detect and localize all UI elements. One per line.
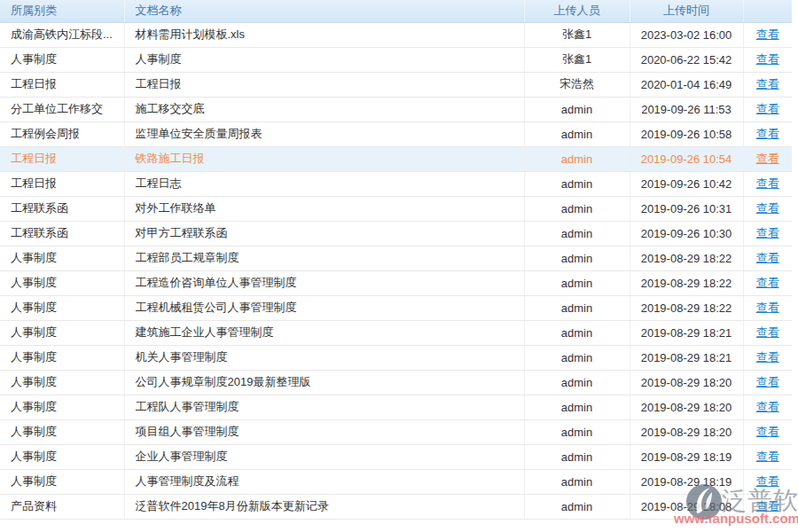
view-link[interactable]: 查看: [756, 450, 779, 463]
view-link[interactable]: 查看: [756, 251, 779, 264]
table-row[interactable]: 人事制度工程队人事管理制度admin2019-08-29 18:20查看: [0, 395, 792, 419]
table-row[interactable]: 产品资料泛普软件2019年8月份新版本更新记录admin2019-08-29 1…: [0, 494, 792, 519]
cell-action: 查看: [743, 97, 792, 121]
documents-table: 所属别类文档名称上传人员上传时间 成渝高铁内江标段...材料需用计划模板.xls…: [0, 0, 792, 520]
cell-uploader: admin: [524, 295, 630, 320]
cell-action: 查看: [743, 196, 792, 221]
cell-upload-time: 2020-01-04 16:49: [630, 72, 743, 97]
cell-category: 人事制度: [0, 295, 124, 320]
view-link[interactable]: 查看: [756, 325, 779, 339]
cell-uploader: admin: [524, 221, 630, 246]
cell-doc-name: 人事制度: [124, 47, 524, 72]
cell-uploader: admin: [524, 320, 630, 345]
cell-category: 工程日报: [0, 72, 124, 97]
cell-uploader: admin: [524, 171, 630, 196]
cell-category: 人事制度: [0, 270, 124, 295]
cell-upload-time: 2020-06-22 15:42: [630, 47, 743, 72]
cell-doc-name: 项目组人事管理制度: [124, 419, 524, 444]
cell-doc-name: 材料需用计划模板.xls: [124, 22, 524, 47]
cell-upload-time: 2019-08-29 18:22: [630, 270, 743, 295]
view-link[interactable]: 查看: [756, 301, 779, 314]
table-row[interactable]: 人事制度机关人事管理制度admin2019-08-29 18:21查看: [0, 345, 792, 370]
table-row[interactable]: 人事制度建筑施工企业人事管理制度admin2019-08-29 18:21查看: [0, 320, 792, 345]
cell-doc-name: 企业人事管理制度: [124, 444, 524, 469]
view-link[interactable]: 查看: [756, 226, 779, 239]
cell-doc-name: 施工移交交底: [124, 97, 524, 121]
cell-action: 查看: [743, 295, 792, 320]
cell-doc-name: 公司人事规章制度2019最新整理版: [124, 370, 524, 395]
view-link[interactable]: 查看: [756, 77, 779, 90]
cell-category: 工程日报: [0, 171, 124, 196]
table-row[interactable]: 工程日报工程日报宋浩然2020-01-04 16:49查看: [0, 72, 792, 97]
view-link[interactable]: 查看: [756, 425, 779, 438]
cell-upload-time: 2019-09-26 10:58: [630, 121, 743, 146]
cell-upload-time: 2019-08-29 18:21: [630, 320, 743, 345]
cell-uploader: admin: [524, 370, 630, 395]
cell-upload-time: 2019-08-29 18:21: [630, 345, 743, 370]
view-link[interactable]: 查看: [756, 350, 779, 364]
cell-category: 人事制度: [0, 345, 124, 370]
cell-action: 查看: [743, 370, 792, 395]
cell-doc-name: 监理单位安全质量周报表: [124, 121, 524, 146]
cell-category: 产品资料: [0, 494, 124, 519]
view-link[interactable]: 查看: [756, 400, 779, 413]
cell-doc-name: 泛普软件2019年8月份新版本更新记录: [124, 494, 524, 519]
view-link[interactable]: 查看: [756, 127, 779, 140]
cell-category: 工程例会周报: [0, 121, 124, 146]
cell-action: 查看: [743, 345, 792, 370]
cell-category: 分工单位工作移交: [0, 97, 124, 121]
view-link[interactable]: 查看: [756, 52, 779, 66]
view-link[interactable]: 查看: [756, 201, 779, 215]
table-row[interactable]: 分工单位工作移交施工移交交底admin2019-09-26 11:53查看: [0, 97, 792, 121]
cell-category: 人事制度: [0, 469, 124, 494]
cell-upload-time: 2019-08-29 18:22: [630, 246, 743, 270]
table-body: 成渝高铁内江标段...材料需用计划模板.xls张鑫12023-03-02 16:…: [0, 22, 792, 519]
column-header-category: 所属别类: [0, 0, 124, 22]
column-header-doc_name: 文档名称: [124, 0, 524, 22]
table-row[interactable]: 人事制度公司人事规章制度2019最新整理版admin2019-08-29 18:…: [0, 370, 792, 395]
table-row[interactable]: 人事制度人事制度张鑫12020-06-22 15:42查看: [0, 47, 792, 72]
cell-category: 人事制度: [0, 419, 124, 444]
cell-category: 工程联系函: [0, 196, 124, 221]
cell-category: 成渝高铁内江标段...: [0, 22, 124, 47]
view-link[interactable]: 查看: [756, 102, 779, 115]
cell-action: 查看: [743, 121, 792, 146]
table-row[interactable]: 工程日报工程日志admin2019-09-26 10:42查看: [0, 171, 792, 196]
table-row[interactable]: 人事制度人事管理制度及流程admin2019-08-29 18:19查看: [0, 469, 792, 494]
view-link[interactable]: 查看: [756, 474, 779, 488]
cell-action: 查看: [743, 47, 792, 72]
cell-uploader: admin: [524, 196, 630, 221]
cell-action: 查看: [743, 246, 792, 270]
cell-upload-time: 2019-09-26 11:53: [630, 97, 743, 121]
cell-doc-name: 工程队人事管理制度: [124, 395, 524, 419]
view-link[interactable]: 查看: [756, 27, 779, 41]
cell-doc-name: 铁路施工日报: [124, 146, 524, 171]
cell-doc-name: 机关人事管理制度: [124, 345, 524, 370]
cell-doc-name: 工程机械租赁公司人事管理制度: [124, 295, 524, 320]
table-row[interactable]: 人事制度项目组人事管理制度admin2019-08-29 18:20查看: [0, 419, 792, 444]
column-header-action: [743, 0, 792, 22]
table-row[interactable]: 人事制度企业人事管理制度admin2019-08-29 18:19查看: [0, 444, 792, 469]
table-row[interactable]: 人事制度工程造价咨询单位人事管理制度admin2019-08-29 18:22查…: [0, 270, 792, 295]
cell-uploader: admin: [524, 395, 630, 419]
view-link[interactable]: 查看: [756, 152, 779, 165]
view-link[interactable]: 查看: [756, 499, 779, 512]
table-row[interactable]: 成渝高铁内江标段...材料需用计划模板.xls张鑫12023-03-02 16:…: [0, 22, 792, 47]
cell-upload-time: 2019-08-29 18:20: [630, 370, 743, 395]
table-row[interactable]: 工程联系函对甲方工程联系函admin2019-09-26 10:30查看: [0, 221, 792, 246]
table-row[interactable]: 工程联系函对外工作联络单admin2019-09-26 10:31查看: [0, 196, 792, 221]
view-link[interactable]: 查看: [756, 176, 779, 190]
cell-category: 工程联系函: [0, 221, 124, 246]
table-row[interactable]: 人事制度工程机械租赁公司人事管理制度admin2019-08-29 18:22查…: [0, 295, 792, 320]
table-row[interactable]: 工程例会周报监理单位安全质量周报表admin2019-09-26 10:58查看: [0, 121, 792, 146]
document-list-panel: 所属别类文档名称上传人员上传时间 成渝高铁内江标段...材料需用计划模板.xls…: [0, 0, 798, 532]
cell-action: 查看: [743, 171, 792, 196]
table-row[interactable]: 工程日报铁路施工日报admin2019-09-26 10:54查看: [0, 146, 792, 171]
cell-doc-name: 对外工作联络单: [124, 196, 524, 221]
column-header-uploader: 上传人员: [524, 0, 630, 22]
table-row[interactable]: 人事制度工程部员工规章制度admin2019-08-29 18:22查看: [0, 246, 792, 270]
view-link[interactable]: 查看: [756, 375, 779, 388]
cell-upload-time: 2023-03-02 16:00: [630, 22, 743, 47]
cell-uploader: 张鑫1: [524, 22, 630, 47]
view-link[interactable]: 查看: [756, 276, 779, 289]
